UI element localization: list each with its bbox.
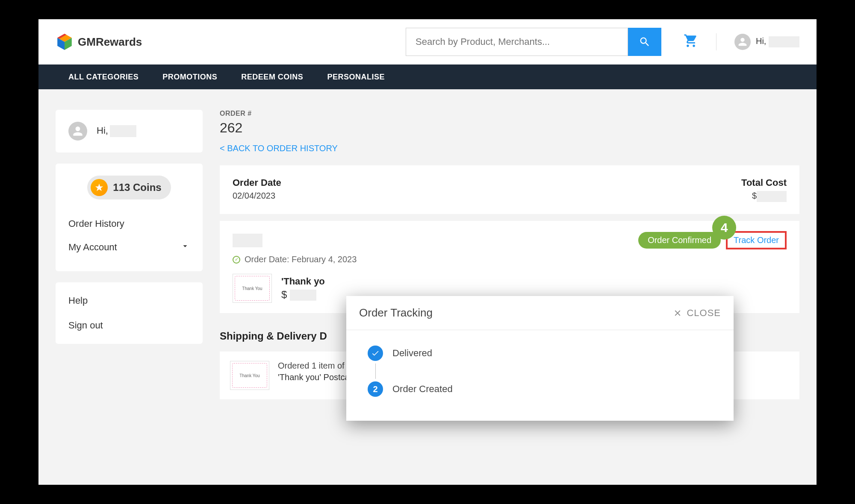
nav-all-categories[interactable]: ALL CATEGORIES xyxy=(68,73,139,82)
tracking-step-created: 2 Order Created xyxy=(368,381,712,397)
tracking-step-delivered: Delivered xyxy=(368,346,712,361)
product-name: 'Thank yo xyxy=(281,276,325,287)
modal-close-button[interactable]: CLOSE xyxy=(673,308,721,319)
close-icon xyxy=(673,308,682,318)
order-date-row: ✓ Order Date: February 4, 2023 xyxy=(233,255,787,264)
header: GMRewards Hi, xyxy=(38,19,817,64)
coins-badge[interactable]: 113 Coins xyxy=(87,176,171,199)
order-number: 262 xyxy=(220,120,799,136)
product-price: $ xyxy=(281,289,325,301)
close-label: CLOSE xyxy=(687,308,721,319)
order-date-full: Order Date: February 4, 2023 xyxy=(245,255,357,264)
avatar-icon xyxy=(734,34,751,50)
logo[interactable]: GMRewards xyxy=(56,33,142,51)
sidebar-item-order-history[interactable]: Order History xyxy=(68,212,190,235)
product-thumbnail[interactable]: Thank You xyxy=(233,274,272,303)
logo-text: GMRewards xyxy=(78,35,142,49)
redacted-username xyxy=(110,125,136,137)
total-cost-label: Total Cost xyxy=(741,177,787,188)
check-circle-icon: ✓ xyxy=(233,256,240,264)
sidebar-item-my-account[interactable]: My Account xyxy=(68,235,190,259)
tracking-step-label: Order Created xyxy=(392,384,453,395)
logo-icon xyxy=(56,33,74,51)
product-thumbnail: Thank You xyxy=(230,361,269,390)
track-order-button[interactable]: Track Order 4 xyxy=(726,231,787,249)
sidebar-item-label: My Account xyxy=(68,242,117,253)
tracking-step-label: Delivered xyxy=(392,348,432,359)
tracking-connector xyxy=(375,363,376,379)
order-date-label: Order Date xyxy=(233,177,281,188)
redacted-username xyxy=(769,36,799,47)
order-date-value: 02/04/2023 xyxy=(233,191,281,201)
order-status-badge: Order Confirmed xyxy=(638,232,721,249)
nav-personalise[interactable]: PERSONALISE xyxy=(327,73,385,82)
nav-redeem-coins[interactable]: REDEEM COINS xyxy=(241,73,303,82)
redacted-field xyxy=(233,234,262,247)
user-menu[interactable]: Hi, xyxy=(734,34,799,50)
sidebar: Hi, 113 Coins Order History My Account xyxy=(56,110,203,399)
sidebar-sign-out[interactable]: Sign out xyxy=(56,312,203,344)
search-input[interactable] xyxy=(406,28,628,56)
divider xyxy=(716,33,716,50)
redacted-price xyxy=(290,290,316,301)
chevron-down-icon xyxy=(180,241,190,253)
back-to-order-history[interactable]: < BACK TO ORDER HISTORY xyxy=(220,144,338,153)
coin-icon xyxy=(91,179,108,196)
redacted-cost xyxy=(757,191,787,202)
hi-text: Hi, xyxy=(756,36,799,47)
step-number-icon: 2 xyxy=(368,381,383,397)
order-tracking-modal: Order Tracking CLOSE Delivered 2 Order C… xyxy=(346,296,734,421)
step-marker: 4 xyxy=(712,216,736,240)
check-icon xyxy=(368,346,383,361)
search-button[interactable] xyxy=(628,28,661,56)
nav-promotions[interactable]: PROMOTIONS xyxy=(162,73,217,82)
cart-icon xyxy=(684,34,698,48)
coins-text: 113 Coins xyxy=(113,182,161,193)
thumb-text: Thank You xyxy=(239,373,259,378)
cart-button[interactable] xyxy=(684,34,698,50)
search-bar xyxy=(406,28,661,56)
total-cost-value: $ xyxy=(741,191,787,202)
navbar: ALL CATEGORIES PROMOTIONS REDEEM COINS P… xyxy=(38,64,817,89)
search-icon xyxy=(639,36,651,48)
sidebar-hi-text: Hi, xyxy=(97,125,136,137)
thumb-text: Thank You xyxy=(242,286,262,291)
avatar-icon xyxy=(68,122,87,141)
sidebar-menu-card: 113 Coins Order History My Account xyxy=(56,164,203,271)
modal-title: Order Tracking xyxy=(359,306,433,319)
sidebar-links-card: Help Sign out xyxy=(56,282,203,344)
sidebar-help[interactable]: Help xyxy=(56,282,203,312)
order-number-label: ORDER # xyxy=(220,110,799,117)
sidebar-user-card: Hi, xyxy=(56,110,203,152)
order-info-card: Order Date 02/04/2023 Total Cost $ xyxy=(220,165,799,214)
